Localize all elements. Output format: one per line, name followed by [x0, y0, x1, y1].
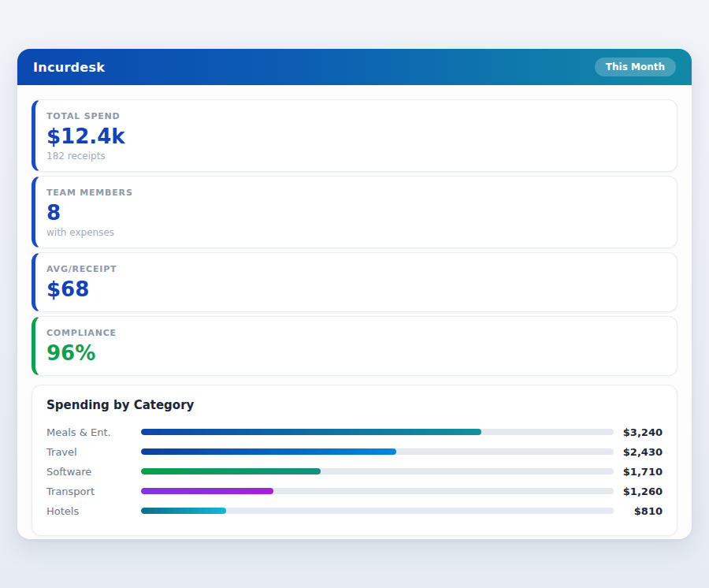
category-value: $810: [614, 505, 663, 517]
category-row: Meals & Ent.$3,240: [46, 422, 663, 442]
category-bar-fill: [141, 488, 273, 494]
stat-value: 96%: [46, 342, 663, 366]
stat-label: AVG/RECEIPT: [46, 264, 663, 274]
category-row: Travel$2,430: [46, 442, 663, 462]
dashboard-content: TOTAL SPEND$12.4k182 receiptsTEAM MEMBER…: [17, 85, 692, 539]
category-value: $1,710: [614, 466, 663, 478]
category-label: Transport: [46, 486, 141, 497]
category-bar-track: [141, 488, 614, 494]
category-label: Software: [46, 466, 141, 478]
category-rows: Meals & Ent.$3,240Travel$2,430Software$1…: [46, 422, 663, 521]
category-bar-track: [141, 468, 614, 474]
category-bar-track: [141, 448, 614, 455]
stat-subtitle: with expenses: [46, 227, 663, 238]
stat-card-total-spend: TOTAL SPEND$12.4k182 receipts: [32, 99, 677, 172]
category-bar-track: [141, 508, 614, 514]
spending-by-category-card: Spending by Category Meals & Ent.$3,240T…: [32, 385, 677, 536]
category-bar-track: [141, 429, 614, 435]
category-row: Transport$1,260: [46, 482, 663, 501]
spending-section-title: Spending by Category: [46, 398, 663, 412]
stat-label: TEAM MEMBERS: [46, 188, 663, 198]
category-bar-fill: [141, 508, 226, 514]
stat-subtitle: 182 receipts: [46, 151, 663, 162]
stat-label: TOTAL SPEND: [46, 111, 663, 121]
dashboard-card: Incurdesk This Month TOTAL SPEND$12.4k18…: [17, 49, 692, 539]
period-badge[interactable]: This Month: [595, 58, 676, 76]
category-bar-fill: [141, 448, 396, 455]
category-label: Meals & Ent.: [46, 426, 141, 438]
stat-value: $68: [46, 278, 663, 302]
stat-card-compliance: COMPLIANCE96%: [32, 316, 677, 376]
category-label: Travel: [46, 446, 141, 458]
category-row: Software$1,710: [46, 462, 663, 482]
stat-card-team-members: TEAM MEMBERS8with expenses: [32, 176, 677, 248]
stats-list: TOTAL SPEND$12.4k182 receiptsTEAM MEMBER…: [32, 99, 677, 376]
category-label: Hotels: [46, 505, 141, 517]
category-bar-fill: [141, 468, 321, 474]
app-header: Incurdesk This Month: [17, 49, 692, 85]
app-title: Incurdesk: [33, 60, 105, 75]
stat-value: $12.4k: [46, 125, 663, 149]
category-bar-fill: [141, 429, 481, 435]
category-value: $3,240: [614, 426, 663, 438]
category-row: Hotels$810: [46, 501, 663, 521]
stat-card-avg-receipt: AVG/RECEIPT$68: [32, 252, 677, 312]
category-value: $1,260: [614, 486, 663, 497]
category-value: $2,430: [614, 446, 663, 458]
stat-label: COMPLIANCE: [46, 328, 663, 338]
stat-value: 8: [46, 202, 663, 225]
